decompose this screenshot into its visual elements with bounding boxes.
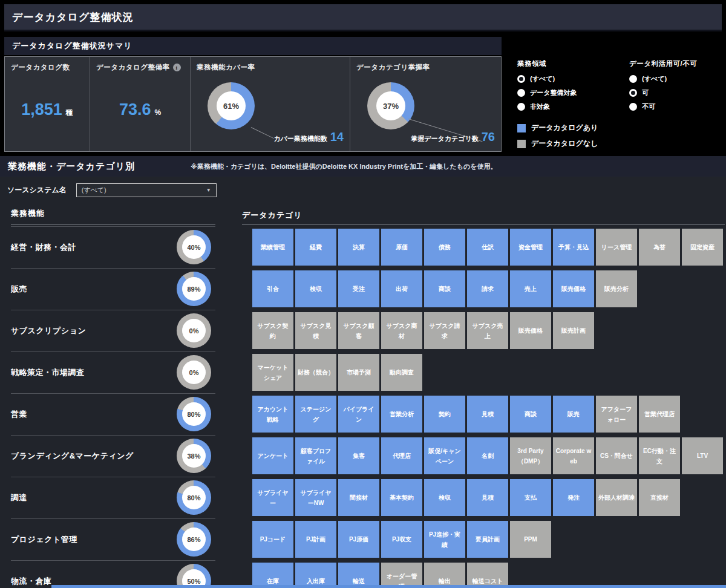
category-cell-uncataloged[interactable]: 販売価格	[510, 312, 551, 349]
category-cell-uncataloged[interactable]: 固定資産	[682, 229, 723, 266]
category-cell-uncataloged[interactable]: 販売分析	[596, 270, 637, 307]
category-cell-cataloged[interactable]: 輸送	[338, 563, 379, 588]
radio-option[interactable]: (すべて)	[629, 74, 697, 83]
category-cell-cataloged[interactable]: アカウント戦略	[252, 396, 293, 433]
category-cell-uncataloged[interactable]: サブスク契約	[252, 312, 293, 349]
row-coverage-donut[interactable]: 38%	[177, 439, 211, 473]
category-cell-cataloged[interactable]: 原価	[381, 229, 422, 266]
category-cell-cataloged[interactable]: 発注	[553, 479, 594, 516]
radio-option[interactable]: (すべて)	[517, 74, 577, 83]
category-cell-cataloged[interactable]: 契約	[424, 396, 465, 433]
category-cell-cataloged[interactable]: サプライヤー	[252, 479, 293, 516]
category-cell-uncataloged[interactable]: サブスク請求	[424, 312, 465, 349]
category-cell-uncataloged[interactable]: 財務（競合）	[295, 354, 336, 391]
category-cell-uncataloged[interactable]: PPM	[510, 521, 551, 558]
radio-selected-icon[interactable]	[517, 75, 525, 83]
category-cell-cataloged[interactable]: アンケート	[252, 437, 293, 474]
row-coverage-donut[interactable]: 50%	[177, 564, 211, 588]
category-cell-cataloged[interactable]: 要員計画	[467, 521, 508, 558]
category-cell-cataloged[interactable]: 決算	[338, 229, 379, 266]
row-coverage-donut[interactable]: 0%	[177, 313, 211, 348]
category-cell-cataloged[interactable]: 支払	[510, 479, 551, 516]
category-cell-uncataloged[interactable]: CS・問合せ	[596, 437, 637, 474]
category-cell-uncataloged[interactable]: 動向調査	[381, 354, 422, 391]
category-cell-cataloged[interactable]: 在庫	[252, 563, 293, 588]
category-cell-cataloged[interactable]: PJ収支	[381, 521, 422, 558]
category-cell-cataloged[interactable]: 入出庫	[295, 563, 336, 588]
row-coverage-donut[interactable]: 86%	[177, 522, 211, 557]
radio-option[interactable]: 非対象	[517, 102, 577, 111]
row-coverage-donut[interactable]: 0%	[177, 355, 211, 390]
category-cell-uncataloged[interactable]: リース管理	[596, 229, 637, 266]
category-cell-cataloged[interactable]: 集客	[338, 437, 379, 474]
category-cell-cataloged[interactable]: 検収	[295, 270, 336, 307]
category-cell-uncataloged[interactable]: オーダー管理	[381, 563, 422, 588]
category-cell-cataloged[interactable]: 販促/キャンペーン	[424, 437, 465, 474]
category-cell-cataloged[interactable]: 債務	[424, 229, 465, 266]
category-cell-cataloged[interactable]: 顧客プロファイル	[295, 437, 336, 474]
legend-item[interactable]: データカタログあり	[517, 123, 598, 133]
row-coverage-donut[interactable]: 40%	[177, 230, 211, 264]
category-cell-cataloged[interactable]: 受注	[338, 270, 379, 307]
source-system-dropdown[interactable]: (すべて) ▼	[76, 183, 217, 197]
category-cell-cataloged[interactable]: 業績管理	[252, 229, 293, 266]
category-cell-cataloged[interactable]: 出荷	[381, 270, 422, 307]
category-cell-cataloged[interactable]: 資金管理	[510, 229, 551, 266]
category-cell-cataloged[interactable]: 予算・見込	[553, 229, 594, 266]
legend-item[interactable]: データカタログなし	[517, 139, 598, 149]
category-cell-uncataloged[interactable]: 3rd Party（DMP）	[510, 437, 551, 474]
category-cell-uncataloged[interactable]: 市場予測	[338, 354, 379, 391]
category-cell-uncataloged[interactable]: アフターフォロー	[596, 396, 637, 433]
category-cell-uncataloged[interactable]: 輸出	[424, 563, 465, 588]
category-cell-uncataloged[interactable]: EC行動・注文	[639, 437, 680, 474]
category-cell-uncataloged[interactable]: 直接材	[639, 479, 680, 516]
category-cell-cataloged[interactable]: 名刺	[467, 437, 508, 474]
category-cell-cataloged[interactable]: 間接材	[338, 479, 379, 516]
category-cell-cataloged[interactable]: 売上	[510, 270, 551, 307]
category-cell-cataloged[interactable]: PJ原価	[338, 521, 379, 558]
category-cell-cataloged[interactable]: 引合	[252, 270, 293, 307]
category-cell-cataloged[interactable]: 営業分析	[381, 396, 422, 433]
category-cell-uncataloged[interactable]: LTV	[682, 437, 723, 474]
category-cell-uncataloged[interactable]: サブスク見積	[295, 312, 336, 349]
category-cell-cataloged[interactable]: 基本契約	[381, 479, 422, 516]
category-cell-cataloged[interactable]: 商談	[424, 270, 465, 307]
radio-icon[interactable]	[517, 103, 525, 111]
radio-icon[interactable]	[517, 89, 525, 97]
category-cell-cataloged[interactable]: サプライヤーNW	[295, 479, 336, 516]
category-cell-uncataloged[interactable]: サブスク売上	[467, 312, 508, 349]
category-cell-uncataloged[interactable]: 外部人材調達	[596, 479, 637, 516]
category-cell-cataloged[interactable]: 商談	[510, 396, 551, 433]
category-cell-uncataloged[interactable]: Corporate web	[553, 437, 594, 474]
category-cell-uncataloged[interactable]: 販売計画	[553, 312, 594, 349]
category-cell-cataloged[interactable]: 検収	[424, 479, 465, 516]
info-icon[interactable]: i	[173, 64, 181, 71]
category-cell-uncataloged[interactable]: マーケットシェア	[252, 354, 293, 391]
category-cell-uncataloged[interactable]: 為替	[639, 229, 680, 266]
category-cell-uncataloged[interactable]: サブスク顧客	[338, 312, 379, 349]
category-cell-cataloged[interactable]: 仕訳	[467, 229, 508, 266]
category-cell-cataloged[interactable]: ステージング	[295, 396, 336, 433]
category-cell-cataloged[interactable]: 販売価格	[553, 270, 594, 307]
row-coverage-donut[interactable]: 80%	[177, 397, 211, 431]
radio-selected-icon[interactable]	[629, 89, 637, 97]
radio-icon[interactable]	[629, 75, 637, 83]
category-cell-cataloged[interactable]: 見積	[467, 479, 508, 516]
category-cell-cataloged[interactable]: 代理店	[381, 437, 422, 474]
category-cell-cataloged[interactable]: 見積	[467, 396, 508, 433]
category-cell-cataloged[interactable]: PJコード	[252, 521, 293, 558]
category-cell-uncataloged[interactable]: 営業代理店	[639, 396, 680, 433]
radio-icon[interactable]	[629, 103, 637, 111]
category-cell-cataloged[interactable]: 販売	[553, 396, 594, 433]
category-cell-cataloged[interactable]: 経費	[295, 229, 336, 266]
row-coverage-donut[interactable]: 80%	[177, 480, 211, 515]
radio-option[interactable]: 可	[629, 88, 697, 97]
radio-option[interactable]: 不可	[629, 102, 697, 111]
category-cell-uncataloged[interactable]: サブスク商材	[381, 312, 422, 349]
category-coverage-donut[interactable]: 37%	[367, 82, 414, 129]
category-cell-cataloged[interactable]: 請求	[467, 270, 508, 307]
radio-option[interactable]: データ整備対象	[517, 88, 577, 97]
category-cell-cataloged[interactable]: パイプライン	[338, 396, 379, 433]
category-cell-uncataloged[interactable]: 輸送コスト	[467, 563, 508, 588]
row-coverage-donut[interactable]: 89%	[177, 272, 211, 306]
